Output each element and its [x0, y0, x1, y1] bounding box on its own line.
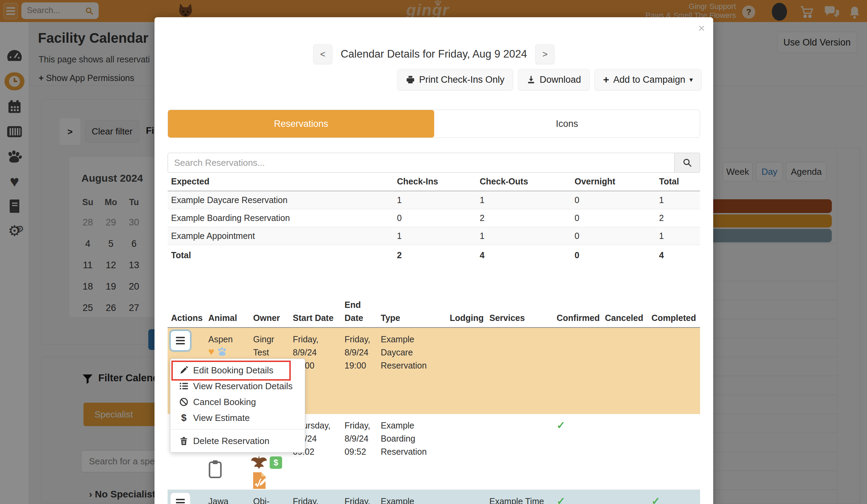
tab-reservations[interactable]: Reservations — [168, 110, 434, 138]
services-cell — [486, 414, 553, 419]
completed-cell — [648, 328, 700, 333]
summary-header-row: Expected Check-Ins Check-Outs Overnight … — [168, 177, 700, 191]
column-header: Start Date — [289, 311, 341, 324]
menu-item-delete-reservation[interactable]: Delete Reservation — [170, 433, 305, 449]
menu-item-view-estimate[interactable]: $ View Estimate — [170, 410, 305, 426]
clipboard-icon — [208, 458, 223, 480]
animal-name[interactable]: Jawa — [205, 490, 250, 504]
reservations-header-row: Actions Animal Owner Start Date End Date… — [168, 298, 700, 328]
modal-title: Calendar Details for Friday, Aug 9 2024 — [341, 48, 527, 60]
trash-icon — [179, 436, 188, 445]
end-date: Friday, 8/9/24 09:52 — [341, 414, 377, 458]
menu-item-edit-booking[interactable]: Edit Booking Details — [170, 362, 305, 378]
summary-cell: 0 — [571, 213, 656, 223]
summary-cell: 0 — [571, 250, 656, 260]
print-checkins-button[interactable]: Print Check-Ins Only — [397, 69, 513, 90]
confirmed-check-icon: ✓ — [553, 490, 601, 504]
column-header: Actions — [168, 311, 205, 324]
column-header: Services — [486, 311, 553, 324]
ban-icon — [179, 397, 188, 406]
summary-cell: Example Appointment — [168, 231, 393, 241]
menu-item-cancel-booking[interactable]: Cancel Booking — [170, 394, 305, 410]
summary-cell: 0 — [571, 231, 656, 241]
reservations-search — [168, 153, 700, 173]
completed-check-icon: ✓ — [648, 490, 700, 504]
summary-table: Expected Check-Ins Check-Outs Overnight … — [168, 177, 700, 265]
canceled-cell — [601, 414, 648, 419]
next-day-button[interactable]: > — [535, 44, 555, 64]
summary-cell: 2 — [393, 250, 476, 260]
reservation-row-jawa[interactable]: Jawa Obi- Friday, 8/9/24 Friday, 8/9/24 … — [168, 490, 700, 504]
download-icon — [527, 75, 536, 84]
emblem-icon — [251, 455, 267, 470]
summary-row: Example Appointment 1 1 0 1 — [168, 227, 700, 245]
services-cell — [486, 328, 553, 333]
dollar-badge-icon: $ — [270, 456, 282, 469]
summary-row: Example Boarding Reservation 0 2 0 2 — [168, 209, 700, 227]
animal-name[interactable]: Aspen — [208, 334, 233, 344]
prev-day-button[interactable]: < — [313, 44, 332, 64]
owner-name[interactable]: Obi- — [250, 490, 289, 504]
reservation-type: Example Daycare Reservation — [377, 328, 446, 372]
row-actions-button[interactable] — [170, 331, 190, 351]
column-header: Canceled — [601, 311, 648, 324]
tab-icons[interactable]: Icons — [434, 110, 700, 138]
reservations-search-input[interactable] — [168, 153, 675, 173]
menu-divider — [170, 429, 305, 430]
summary-cell: 1 — [393, 231, 476, 241]
close-icon[interactable]: × — [698, 22, 705, 34]
hamburger-icon — [176, 337, 185, 344]
dollar-icon: $ — [179, 412, 188, 423]
summary-total-row: Total 2 4 0 4 — [168, 245, 700, 265]
lodging-cell — [446, 328, 486, 333]
reservation-type: Example Appointment — [377, 490, 446, 504]
canceled-cell — [601, 328, 648, 333]
column-header: Type — [377, 311, 446, 324]
summary-cell: 1 — [476, 231, 571, 241]
summary-cell: 2 — [656, 213, 700, 223]
confirmed-check-icon: ✓ — [553, 414, 601, 432]
end-date: Friday, 8/9/24 — [341, 490, 377, 504]
booking-context-menu: Edit Booking Details View Reservation De… — [170, 359, 305, 453]
hamburger-icon — [176, 499, 185, 504]
reservations-search-button[interactable] — [675, 153, 700, 173]
start-date: Friday, 8/9/24 — [289, 490, 341, 504]
summary-cell: 2 — [476, 213, 571, 223]
row-actions-button[interactable] — [170, 493, 190, 504]
lodging-cell — [446, 490, 486, 495]
plus-icon: + — [603, 74, 609, 85]
menu-item-view-reservation[interactable]: View Reservation Details — [170, 378, 305, 394]
summary-cell: 1 — [476, 195, 571, 205]
column-header: Lodging — [446, 311, 486, 324]
summary-cell: Example Boarding Reservation — [168, 213, 393, 223]
summary-header: Overnight — [571, 177, 656, 187]
canceled-cell — [601, 490, 648, 495]
summary-cell: 0 — [393, 213, 476, 223]
download-button[interactable]: Download — [518, 69, 590, 90]
summary-cell: Example Daycare Reservation — [168, 195, 393, 205]
column-header: Confirmed — [553, 311, 601, 324]
summary-cell: 1 — [656, 231, 700, 241]
caret-down-icon: ▾ — [689, 75, 693, 84]
lodging-cell — [446, 414, 486, 419]
modal-actions: Print Check-Ins Only Download + Add to C… — [397, 69, 701, 90]
heart-icon: ♥ — [208, 346, 215, 357]
summary-cell: 0 — [571, 195, 656, 205]
summary-header: Total — [656, 177, 700, 187]
pencil-icon — [179, 366, 188, 375]
column-header: Owner — [250, 311, 289, 324]
modal-header: < Calendar Details for Friday, Aug 9 202… — [155, 44, 713, 64]
add-to-campaign-button[interactable]: + Add to Campaign ▾ — [595, 69, 701, 90]
owner-name[interactable]: Gingr Test — [250, 328, 289, 359]
column-header: Completed — [648, 311, 700, 324]
summary-header: Check-Ins — [393, 177, 476, 187]
screen: gingr Gingr Support Paws & Smell The Flo… — [0, 0, 867, 504]
reservation-type: Example Boarding Reservation — [377, 414, 446, 458]
summary-cell: Total — [168, 250, 393, 260]
summary-header: Expected — [168, 177, 393, 187]
summary-cell: 1 — [393, 195, 476, 205]
printer-icon — [406, 75, 415, 84]
services-cell: Example Time — [486, 490, 553, 504]
summary-cell: 1 — [656, 195, 700, 205]
end-date: Friday, 8/9/24 19:00 — [341, 328, 377, 372]
